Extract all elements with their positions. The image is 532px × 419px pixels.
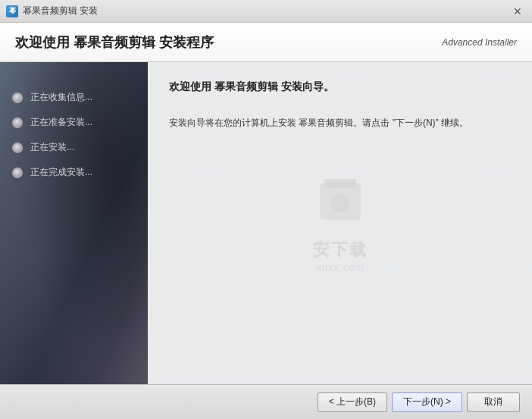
sidebar-label-finish: 正在完成安装... (30, 166, 92, 179)
cancel-button[interactable]: 取消 (467, 392, 520, 412)
watermark-icon (314, 174, 367, 237)
sidebar-item-collect: 正在收集信息... (0, 85, 148, 110)
watermark-text-en: anxz.com (316, 261, 365, 273)
next-button[interactable]: 下一步(N) > (392, 392, 462, 412)
app-icon: 幂 (6, 5, 18, 17)
close-button[interactable]: ✕ (509, 3, 526, 20)
sidebar: 正在收集信息... 正在准备安装... 正在安装... 正在完成安装... (0, 62, 148, 384)
title-bar-text: 幂果音频剪辑 安装 (23, 5, 509, 17)
footer: < 上一步(B) 下一步(N) > 取消 (0, 384, 532, 419)
svg-rect-1 (324, 179, 356, 188)
sidebar-label-install: 正在安装... (30, 141, 74, 154)
svg-rect-0 (320, 183, 361, 220)
sidebar-item-install: 正在安装... (0, 135, 148, 160)
sidebar-dot-finish (12, 167, 23, 178)
sidebar-item-prepare: 正在准备安装... (0, 110, 148, 135)
header-brand: Advanced Installer (442, 37, 517, 48)
header-title: 欢迎使用 幂果音频剪辑 安装程序 (15, 33, 442, 52)
watermark-text-cn: 安下载 (313, 239, 368, 261)
content-title: 欢迎使用 幂果音频剪辑 安装向导。 (169, 80, 511, 94)
sidebar-dot-install (12, 142, 23, 153)
title-bar: 幂 幂果音频剪辑 安装 ✕ (0, 0, 532, 23)
sidebar-label-collect: 正在收集信息... (30, 91, 92, 104)
content-body: 安装向导将在您的计算机上安装 幂果音频剪辑。请点击 "下一步(N)" 继续。 (169, 115, 511, 132)
header-bar: 欢迎使用 幂果音频剪辑 安装程序 Advanced Installer (0, 23, 532, 62)
prev-button[interactable]: < 上一步(B) (318, 392, 387, 412)
sidebar-dot-prepare (12, 117, 23, 128)
svg-point-2 (331, 194, 349, 212)
sidebar-dot-collect (12, 92, 23, 103)
sidebar-label-prepare: 正在准备安装... (30, 116, 92, 129)
watermark: 安下载 anxz.com (313, 174, 368, 273)
sidebar-item-finish: 正在完成安装... (0, 160, 148, 185)
content-panel: 安下载 anxz.com 欢迎使用 幂果音频剪辑 安装向导。 安装向导将在您的计… (148, 62, 532, 384)
main-area: 正在收集信息... 正在准备安装... 正在安装... 正在完成安装... (0, 62, 532, 384)
